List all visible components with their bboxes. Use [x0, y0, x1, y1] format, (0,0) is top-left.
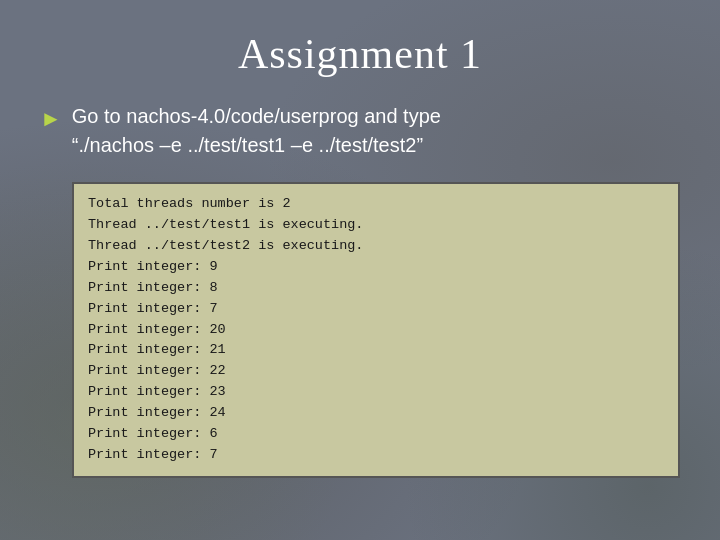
code-line: Thread ../test/test1 is executing. [88, 215, 664, 236]
code-line: Thread ../test/test2 is executing. [88, 236, 664, 257]
code-line: Print integer: 8 [88, 278, 664, 299]
bullet-item: ► Go to nachos-4.0/code/userprog and typ… [40, 102, 680, 160]
page-container: Assignment 1 ► Go to nachos-4.0/code/use… [0, 0, 720, 540]
code-line: Print integer: 7 [88, 445, 664, 466]
code-line: Print integer: 20 [88, 320, 664, 341]
bullet-content: Go to nachos-4.0/code/userprog and type … [72, 102, 441, 160]
code-line: Total threads number is 2 [88, 194, 664, 215]
code-line: Print integer: 6 [88, 424, 664, 445]
code-line: Print integer: 9 [88, 257, 664, 278]
code-output-box: Total threads number is 2Thread ../test/… [72, 182, 680, 478]
code-line: Print integer: 23 [88, 382, 664, 403]
page-title: Assignment 1 [40, 30, 680, 78]
code-line: Print integer: 22 [88, 361, 664, 382]
bullet-line2: “./nachos –e ../test/test1 –e ../test/te… [72, 131, 441, 160]
code-line: Print integer: 7 [88, 299, 664, 320]
bullet-arrow-icon: ► [40, 104, 62, 135]
bullet-line1: Go to nachos-4.0/code/userprog and type [72, 102, 441, 131]
code-line: Print integer: 21 [88, 340, 664, 361]
code-line: Print integer: 24 [88, 403, 664, 424]
